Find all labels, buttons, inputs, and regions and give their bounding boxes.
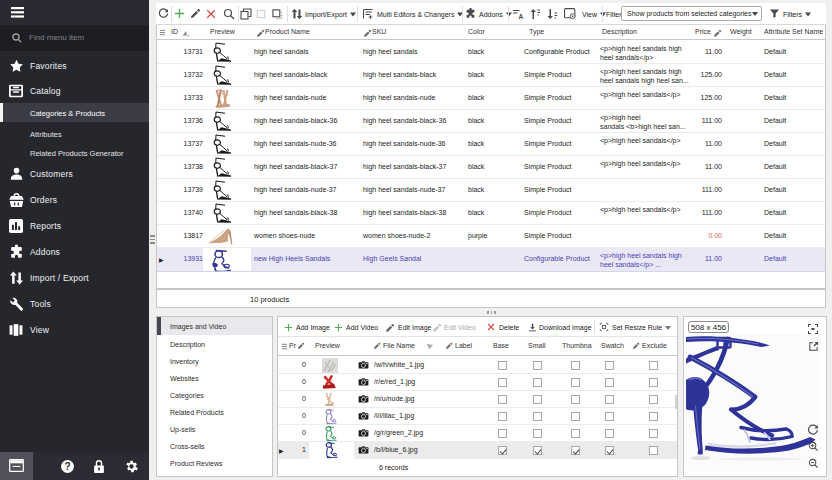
svg-text:A: A bbox=[519, 13, 524, 20]
